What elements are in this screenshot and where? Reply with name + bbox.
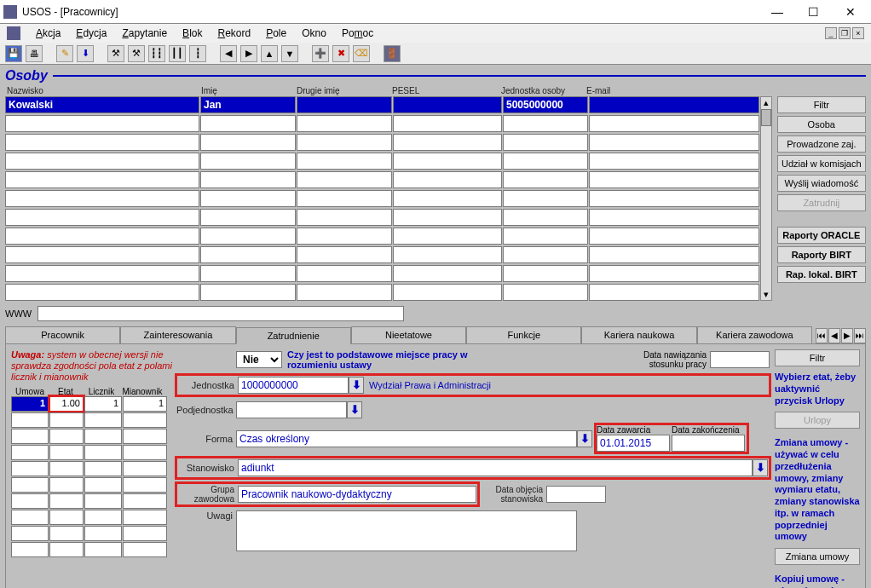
add-icon[interactable]: ➕ (312, 45, 329, 62)
tab-kariera-zawodowa[interactable]: Kariera zawodowa (697, 326, 812, 343)
grid-row-empty[interactable] (5, 265, 760, 282)
next-icon[interactable]: ▶ (240, 45, 257, 62)
osoba-button[interactable]: Osoba (777, 116, 866, 133)
up-icon[interactable]: ▲ (261, 45, 278, 62)
mc-mian[interactable]: 1 (123, 396, 167, 412)
mdi-close[interactable]: × (852, 27, 864, 39)
filtr-button[interactable]: Filtr (777, 96, 866, 113)
window-title: USOS - [Pracownicy] (22, 6, 760, 18)
cell-email[interactable] (589, 96, 759, 113)
down-icon[interactable]: ⬇ (77, 45, 94, 62)
mc-licznik[interactable]: 1 (84, 396, 122, 412)
jednostka-dropdown-icon[interactable]: ⬇ (349, 377, 364, 394)
grid-row-empty[interactable] (5, 115, 760, 132)
raporty-birt-button[interactable]: Raporty BIRT (777, 246, 866, 263)
uwagi-input[interactable] (236, 510, 577, 551)
grupa-label: Grupa zawodowa (178, 485, 238, 504)
mdi-minimize[interactable]: _ (825, 27, 837, 39)
tab-nieetatowe[interactable]: Nieetatowe (351, 326, 466, 343)
grid-row-empty[interactable] (5, 190, 760, 207)
col-jednostka: Jednostka osoby (499, 85, 585, 96)
raporty-oracle-button[interactable]: Raporty ORACLE (777, 227, 866, 244)
podjedn-input[interactable] (236, 401, 347, 418)
menu-rekord[interactable]: Rekord (217, 27, 251, 39)
menu-blok[interactable]: Blok (182, 27, 202, 39)
menu-okno[interactable]: Okno (302, 27, 326, 39)
jednostka-input[interactable] (238, 377, 349, 394)
cell-nazwisko[interactable]: Kowalski (5, 96, 199, 113)
udzial-button[interactable]: Udział w komisjach (777, 155, 866, 172)
cell-jednostka[interactable]: 5005000000 (503, 96, 588, 113)
tab-last-icon[interactable]: ⏭ (854, 328, 866, 343)
tab-zatrudnienie[interactable]: Zatrudnienie (236, 327, 351, 344)
cell-pesel[interactable] (393, 96, 502, 113)
rap-lokal-button[interactable]: Rap. lokal. BIRT (777, 266, 866, 283)
tab-next-icon[interactable]: ▶ (841, 328, 853, 343)
menu-pomoc[interactable]: Pomoc (342, 27, 373, 39)
zmiana-button[interactable]: Zmiana umowy (775, 548, 860, 565)
mc-etat[interactable]: 1.00 (49, 396, 84, 412)
mc-umowa[interactable]: 1 (11, 396, 49, 412)
podjedn-dropdown-icon[interactable]: ⬇ (347, 401, 362, 418)
grid-scrollbar[interactable]: ▴ ▾ (760, 96, 772, 301)
www-input[interactable] (37, 306, 404, 321)
door-icon[interactable]: 🚪 (384, 45, 401, 62)
edit-icon[interactable]: ✎ (56, 45, 73, 62)
urlopy-button: Urlopy (775, 412, 860, 429)
grid-row-empty[interactable] (5, 228, 760, 245)
cell-drugie[interactable] (297, 96, 392, 113)
grid-header-row: Nazwisko Imię Drugie imię PESEL Jednostk… (5, 85, 866, 96)
minimize-button[interactable]: — (760, 2, 794, 22)
grid-row-empty[interactable] (5, 134, 760, 151)
bars1-icon[interactable]: ┇┇ (148, 45, 165, 62)
forma-input[interactable] (236, 430, 577, 447)
menu-zapytanie[interactable]: Zapytanie (122, 27, 167, 39)
close-button[interactable]: ✕ (834, 2, 868, 22)
grid-row-selected[interactable]: Kowalski Jan 5005000000 (5, 96, 760, 113)
www-label: WWW (5, 308, 37, 319)
grid-row-empty[interactable] (5, 284, 760, 301)
kopiuj-info: Kopiuj umowę - używać w celu stworzenia … (775, 574, 860, 588)
tab-first-icon[interactable]: ⏮ (816, 328, 828, 343)
mdi-restore[interactable]: ❐ (839, 27, 851, 39)
bars3-icon[interactable]: ┇ (189, 45, 206, 62)
menu-pole[interactable]: Pole (266, 27, 286, 39)
tool-b-icon[interactable]: ⚒ (128, 45, 145, 62)
tab-zainteresowania[interactable]: Zainteresowania (120, 326, 235, 343)
warning-note: Uwaga: system w obecnej wersji nie spraw… (11, 349, 173, 383)
save-icon[interactable]: 💾 (5, 45, 22, 62)
tool-a-icon[interactable]: ⚒ (107, 45, 124, 62)
wyslij-button[interactable]: Wyślij wiadomość (777, 175, 866, 192)
cell-imie[interactable]: Jan (200, 96, 296, 113)
grid-row-empty[interactable] (5, 171, 760, 188)
grid-row-empty[interactable] (5, 209, 760, 226)
print-icon[interactable]: 🖶 (26, 45, 43, 62)
bars2-icon[interactable]: ┃┃ (169, 45, 186, 62)
czy-podst-select[interactable]: Nie (236, 351, 282, 368)
mini-row[interactable]: 1 1.00 1 1 (11, 396, 173, 412)
grid-row-empty[interactable] (5, 153, 760, 170)
filtr2-button[interactable]: Filtr (775, 349, 860, 366)
delete-icon[interactable]: ✖ (332, 45, 349, 62)
stanowisko-dropdown-icon[interactable]: ⬇ (753, 459, 768, 476)
mh-umowa: Umowa (11, 387, 49, 396)
tab-kariera-naukowa[interactable]: Kariera naukowa (581, 326, 696, 343)
data-zak-input[interactable] (672, 435, 745, 452)
grupa-input[interactable] (238, 486, 476, 503)
data-zaw-input[interactable] (597, 435, 670, 452)
tab-pracownik[interactable]: Pracownik (5, 326, 120, 343)
down2-icon[interactable]: ▼ (281, 45, 298, 62)
grid-row-empty[interactable] (5, 246, 760, 263)
prev-icon[interactable]: ◀ (220, 45, 237, 62)
tab-prev-icon[interactable]: ◀ (828, 328, 840, 343)
clear-icon[interactable]: ⌫ (353, 45, 370, 62)
forma-dropdown-icon[interactable]: ⬇ (577, 430, 592, 447)
tab-funkcje[interactable]: Funkcje (466, 326, 581, 343)
data-obj-input[interactable] (546, 486, 606, 503)
menu-edycja[interactable]: Edycja (76, 27, 107, 39)
prowadzone-button[interactable]: Prowadzone zaj. (777, 135, 866, 153)
maximize-button[interactable]: ☐ (797, 2, 831, 22)
menu-akcja[interactable]: Akcja (36, 27, 61, 39)
data-naw-input[interactable] (710, 351, 770, 368)
stanowisko-input[interactable] (238, 459, 753, 476)
